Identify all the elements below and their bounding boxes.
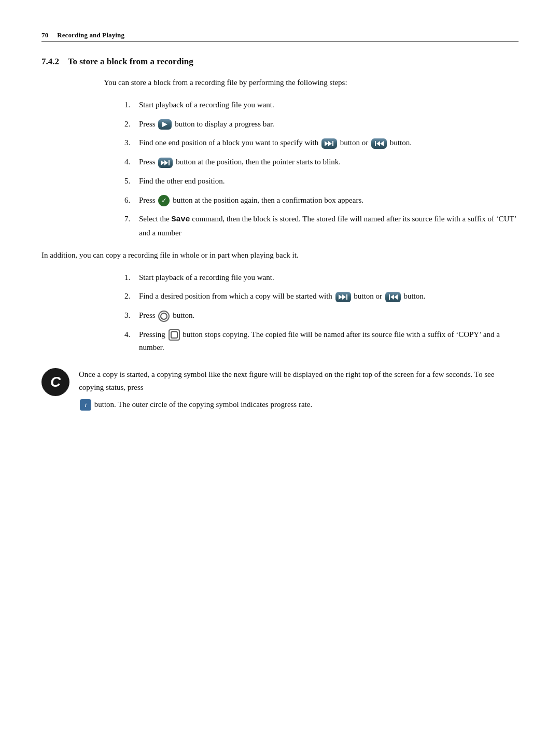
list-num: 4.	[124, 156, 139, 168]
svg-text:i: i	[85, 402, 87, 408]
list-item: 2. Find a desired position from which a …	[124, 290, 519, 303]
rewind-button-icon	[385, 292, 401, 302]
header-text: 70 Recording and Playing	[41, 31, 124, 39]
list-content: Find the other end position.	[139, 175, 519, 188]
svg-marker-0	[162, 122, 167, 127]
page: 70 Recording and Playing 7.4.2 To store …	[0, 0, 560, 746]
list-content: Start playback of a recording file you w…	[139, 98, 519, 111]
list-content: Press button.	[139, 309, 519, 322]
square-button-icon	[169, 329, 180, 341]
list-content: Press button at the position, then the p…	[139, 156, 519, 168]
section-heading: To store a block from a recording	[68, 57, 193, 66]
svg-marker-15	[390, 294, 394, 300]
list-content: Press ✓ button at the position again, th…	[139, 194, 519, 207]
list-num: 2.	[124, 118, 139, 131]
section-number: 7.4.2	[41, 57, 59, 66]
list-num: 7.	[124, 213, 139, 240]
svg-rect-17	[171, 332, 177, 338]
svg-marker-14	[394, 294, 398, 300]
header-bar: 70 Recording and Playing	[41, 31, 519, 42]
svg-marker-7	[161, 160, 164, 165]
list-num: 2.	[124, 290, 139, 303]
fast-forward-button-icon	[321, 138, 337, 149]
list-content: Select the Save command, then the block …	[139, 213, 519, 240]
intro-text: You can store a block from a recording f…	[104, 76, 519, 89]
svg-rect-4	[375, 141, 376, 146]
list-num: 3.	[124, 136, 139, 149]
mark-button-icon	[158, 158, 173, 168]
list-num: 5.	[124, 175, 139, 188]
list-num: 6.	[124, 194, 139, 207]
svg-marker-8	[164, 160, 168, 165]
list-num: 4.	[124, 328, 139, 354]
svg-rect-12	[346, 294, 347, 300]
svg-marker-11	[342, 294, 346, 300]
check-button-icon: ✓	[158, 195, 170, 206]
list-content: Start playback of a recording file you w…	[139, 271, 519, 284]
list-item: 2. Press button to display a progress ba…	[124, 118, 519, 131]
list-item: 5. Find the other end position.	[124, 175, 519, 188]
list-content: Pressing button stops copying. The copie…	[139, 328, 519, 354]
svg-marker-1	[325, 141, 328, 146]
list-content: Find one end position of a block you wan…	[139, 136, 519, 149]
list-item: 7. Select the Save command, then the blo…	[124, 213, 519, 240]
between-content: In addition, you can copy a recording fi…	[41, 251, 299, 259]
fast-forward-button-icon	[335, 292, 351, 302]
list-1: 1. Start playback of a recording file yo…	[124, 98, 519, 240]
svg-marker-10	[339, 294, 342, 300]
note-content: Once a copy is started, a copying symbol…	[79, 368, 519, 411]
list-item: 3. Find one end position of a block you …	[124, 136, 519, 149]
svg-point-16	[161, 313, 167, 319]
list-item: 1. Start playback of a recording file yo…	[124, 98, 519, 111]
list-num: 1.	[124, 98, 139, 111]
list-content: Find a desired position from which a cop…	[139, 290, 519, 303]
note-box: C Once a copy is started, a copying symb…	[41, 368, 519, 411]
list-item: 4. Press button at the position, then th…	[124, 156, 519, 168]
svg-marker-2	[328, 141, 332, 146]
svg-rect-3	[332, 141, 333, 146]
list-content: Press button to display a progress bar.	[139, 118, 519, 131]
between-text: In addition, you can copy a recording fi…	[41, 249, 519, 262]
list-item: 6. Press ✓ button at the position again,…	[124, 194, 519, 207]
save-word: Save	[171, 215, 190, 224]
circle-button-icon	[158, 311, 170, 322]
list-num: 1.	[124, 271, 139, 284]
note-c-icon: C	[41, 368, 69, 396]
note-text: Once a copy is started, a copying symbol…	[79, 370, 494, 391]
list-item: 3. Press button.	[124, 309, 519, 322]
list-item: 1. Start playback of a recording file yo…	[124, 271, 519, 284]
list-item: 4. Pressing button stops copying. The co…	[124, 328, 519, 354]
svg-marker-6	[376, 141, 380, 146]
svg-rect-13	[389, 294, 390, 300]
svg-marker-5	[380, 141, 384, 146]
chapter-title: Recording and Playing	[57, 31, 124, 39]
play-button-icon	[158, 119, 172, 130]
list-2: 1. Start playback of a recording file yo…	[124, 271, 519, 354]
rewind-button-icon	[371, 138, 387, 149]
intro-content: You can store a block from a recording f…	[104, 78, 347, 87]
section-title: 7.4.2 To store a block from a recording	[41, 57, 519, 67]
list-num: 3.	[124, 309, 139, 322]
svg-rect-9	[169, 160, 170, 165]
info-button-icon: i	[80, 399, 91, 411]
page-number: 70	[41, 31, 48, 39]
note-inline: i button. The outer circle of the copyin…	[79, 398, 519, 411]
